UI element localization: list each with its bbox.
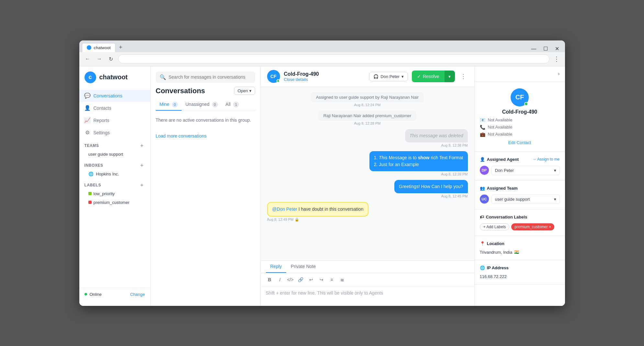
- contact-online-dot: [524, 102, 528, 106]
- contact-email: 📧 Not Available: [480, 117, 560, 123]
- add-inbox-button[interactable]: +: [139, 162, 145, 168]
- agent-chevron: ▾: [401, 74, 404, 79]
- tab-title: chatwoot: [94, 45, 111, 50]
- compose-input-area[interactable]: Shift + enter for new line. This will be…: [261, 286, 474, 306]
- tab-mine[interactable]: Mine 0: [156, 99, 182, 111]
- nav-more-button[interactable]: ⋮: [552, 54, 561, 63]
- contacts-icon: 👤: [85, 105, 90, 111]
- system-time-1: Aug 8, 12:24 PM: [267, 103, 468, 107]
- flag-icon: 🇮🇳: [514, 250, 519, 254]
- agent-select-dropdown[interactable]: 🎧 Don Peter ▾: [369, 72, 408, 81]
- open-filter-chevron: ▾: [249, 88, 252, 93]
- ordered-list-button[interactable]: ≣: [338, 276, 346, 284]
- system-bubble-1: Assigned to user guide support by Raji N…: [311, 92, 424, 102]
- refresh-button[interactable]: ↻: [107, 54, 116, 63]
- sidebar-item-reports[interactable]: 📈 Reports: [79, 114, 150, 127]
- redo-button[interactable]: ↪: [318, 276, 325, 284]
- note-time: Aug 8, 12:49 PM 🔒: [267, 218, 299, 222]
- teams-section: Teams +: [79, 139, 150, 150]
- sidebar-nav: 💬 Conversations 👤 Contacts 📈 Reports ⚙ S…: [79, 90, 150, 288]
- search-input[interactable]: [169, 74, 251, 80]
- address-bar[interactable]: [118, 54, 549, 63]
- add-tab-button[interactable]: +: [116, 43, 125, 52]
- empty-conversations-message: There are no active conversations in thi…: [151, 111, 260, 129]
- browser-tab[interactable]: chatwoot: [82, 43, 116, 52]
- chat-header: CF Cold-Frog-490 Close details 🎧 Don Pet…: [261, 66, 474, 87]
- resolve-main-button[interactable]: ✓ Resolve: [412, 71, 445, 82]
- sidebar-reports-label: Reports: [94, 118, 109, 123]
- location-section-icon: 📍: [480, 241, 485, 246]
- compose-tab-reply[interactable]: Reply: [266, 261, 287, 273]
- assigned-agent-section: 👤 Assigned Agent → Assign to me DP Don P…: [475, 152, 565, 181]
- phone-icon: 📞: [480, 125, 485, 130]
- unordered-list-button[interactable]: ≡: [328, 276, 336, 284]
- ip-value: 116.68.72.222: [480, 274, 560, 279]
- link-button[interactable]: 🔗: [297, 276, 305, 284]
- maximize-button[interactable]: ☐: [540, 46, 551, 52]
- labels-row: + Add Labels premium_customer ×: [480, 223, 560, 230]
- bold-button[interactable]: B: [266, 276, 274, 284]
- edit-contact-button[interactable]: Edit Contact: [508, 140, 531, 145]
- logo-text: chatwoot: [99, 73, 128, 81]
- code-button[interactable]: </>: [287, 276, 294, 284]
- agent-avatar: DP: [480, 166, 489, 175]
- open-filter[interactable]: Open ▾: [234, 87, 255, 95]
- mine-count: 0: [172, 102, 178, 107]
- chat-contact-avatar: CF: [267, 70, 280, 83]
- load-more-link[interactable]: Load more conversations: [156, 133, 207, 139]
- add-team-button[interactable]: +: [139, 143, 145, 149]
- search-bar[interactable]: 🔍: [156, 72, 255, 83]
- sidebar-item-contacts[interactable]: 👤 Contacts: [79, 102, 150, 114]
- panel-toggle-arrow[interactable]: ›: [558, 71, 559, 77]
- back-button[interactable]: ←: [83, 54, 92, 63]
- change-status-button[interactable]: Change: [130, 292, 145, 297]
- team-avatar: UC: [480, 195, 489, 204]
- assign-to-me-button[interactable]: → Assign to me: [532, 157, 559, 162]
- label-premium-customer[interactable]: premium_customer: [79, 198, 150, 207]
- close-button[interactable]: ✕: [552, 46, 562, 52]
- teams-label: Teams: [85, 143, 99, 148]
- agent-section-icon: 👤: [480, 157, 485, 162]
- minimize-button[interactable]: —: [529, 46, 539, 52]
- contact-company: 💼 Not Available: [480, 132, 560, 137]
- compose-tab-private-note[interactable]: Private Note: [286, 261, 320, 273]
- note-mention: @Don Peter: [272, 206, 297, 212]
- close-details-button[interactable]: Close details: [284, 77, 366, 82]
- agent-select-box[interactable]: Don Peter ▾: [491, 166, 560, 175]
- tab-unassigned[interactable]: Unassigned 0: [182, 99, 222, 111]
- tab-all[interactable]: All 1: [222, 99, 243, 111]
- sidebar-conversations-label: Conversations: [94, 93, 123, 98]
- message-outgoing-rich: 1. This Message is to show rich Text For…: [267, 151, 468, 176]
- forward-button[interactable]: →: [95, 54, 104, 63]
- sidebar-item-conversations[interactable]: 💬 Conversations: [79, 90, 150, 102]
- tab-favicon: [87, 45, 91, 50]
- team-user-guide-support[interactable]: user guide support: [79, 150, 150, 159]
- premium-customer-chip[interactable]: premium_customer ×: [511, 223, 554, 230]
- deleted-message-time: Aug 8, 12:38 PM: [441, 143, 468, 147]
- label-low-priority[interactable]: low_priority: [79, 189, 150, 198]
- company-icon: 💼: [480, 132, 485, 137]
- chat-header-actions: 🎧 Don Peter ▾ ✓ Resolve ▾ ⋮: [369, 71, 468, 82]
- conversations-icon: 💬: [85, 93, 90, 99]
- sidebar-item-settings[interactable]: ⚙ Settings: [79, 127, 150, 139]
- inbox-icon: 🌐: [88, 172, 94, 176]
- message-outgoing-deleted: This message was deleted Aug 8, 12:38 PM: [267, 129, 468, 147]
- team-select-box[interactable]: user guide support ▾: [491, 195, 560, 204]
- inbox-hopkins[interactable]: 🌐 Hopkins Inc.: [79, 170, 150, 178]
- add-labels-button[interactable]: + Add Labels: [480, 223, 510, 230]
- conv-labels-section: 🏷 Conversation Labels + Add Labels premi…: [475, 209, 565, 236]
- email-icon: 📧: [480, 117, 485, 123]
- message-system-2: Raji Narayanan Nair added premium_custom…: [267, 111, 468, 125]
- settings-icon: ⚙: [85, 130, 90, 136]
- note-bubble: @Don Peter I have doubt in this conversa…: [267, 202, 369, 217]
- undo-button[interactable]: ↩: [307, 276, 315, 284]
- conversation-list: 🔍 Conversations Open ▾ Mine 0: [151, 66, 261, 306]
- chat-more-button[interactable]: ⋮: [459, 72, 468, 81]
- add-label-button[interactable]: +: [139, 182, 145, 188]
- italic-button[interactable]: I: [276, 276, 284, 284]
- online-indicator: [85, 293, 87, 296]
- resolve-dropdown-button[interactable]: ▾: [445, 71, 455, 82]
- lock-icon: 🔒: [295, 218, 299, 222]
- chat-messages: Assigned to user guide support by Raji N…: [261, 87, 474, 260]
- location-row: Trivandrum, India 🇮🇳: [480, 250, 560, 255]
